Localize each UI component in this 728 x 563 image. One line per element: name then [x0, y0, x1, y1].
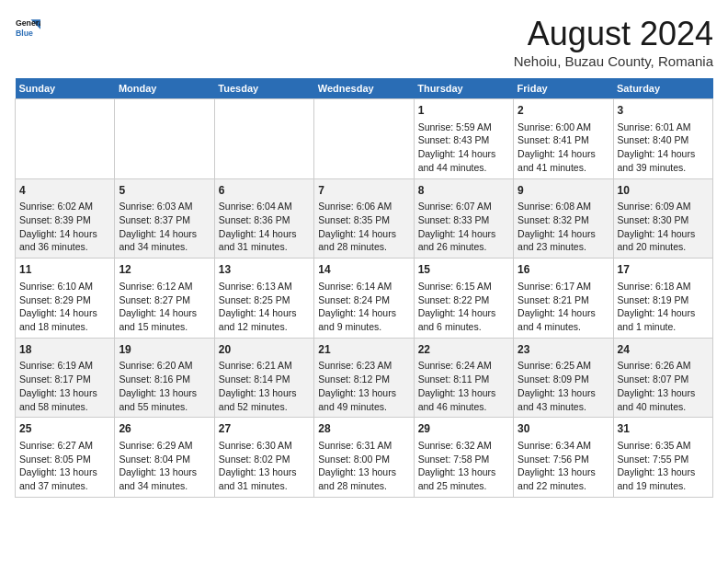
daylight-text: Daylight: 14 hours and 36 minutes.	[19, 227, 110, 254]
header-row: SundayMondayTuesdayWednesdayThursdayFrid…	[16, 78, 713, 99]
daylight-text: Daylight: 13 hours and 34 minutes.	[119, 465, 210, 492]
daylight-text: Daylight: 13 hours and 58 minutes.	[19, 386, 110, 413]
sunset-text: Sunset: 8:12 PM	[318, 373, 409, 386]
day-number: 26	[119, 421, 210, 437]
daylight-text: Daylight: 13 hours and 22 minutes.	[518, 465, 609, 492]
sunset-text: Sunset: 8:41 PM	[518, 133, 609, 147]
main-title: August 2024	[514, 15, 713, 53]
calendar-cell: 15Sunrise: 6:15 AMSunset: 8:22 PMDayligh…	[414, 259, 513, 339]
day-number: 24	[618, 342, 709, 358]
calendar-cell: 14Sunrise: 6:14 AMSunset: 8:24 PMDayligh…	[314, 259, 414, 339]
sunset-text: Sunset: 8:32 PM	[518, 213, 609, 227]
subtitle: Nehoiu, Buzau County, Romania	[514, 53, 713, 69]
daylight-text: Daylight: 13 hours and 52 minutes.	[219, 386, 310, 413]
calendar-cell: 8Sunrise: 6:07 AMSunset: 8:33 PMDaylight…	[414, 178, 513, 259]
header-cell: Friday	[514, 78, 613, 99]
day-number: 28	[318, 421, 409, 437]
daylight-text: Daylight: 13 hours and 28 minutes.	[318, 465, 409, 492]
day-number: 21	[318, 342, 409, 358]
sunset-text: Sunset: 7:56 PM	[518, 453, 609, 466]
sunrise-text: Sunrise: 6:21 AM	[219, 359, 310, 373]
sunset-text: Sunset: 8:07 PM	[618, 373, 709, 386]
sunrise-text: Sunrise: 6:20 AM	[119, 359, 210, 373]
sunrise-text: Sunrise: 6:27 AM	[19, 439, 110, 453]
sunset-text: Sunset: 8:40 PM	[618, 133, 709, 147]
daylight-text: Daylight: 14 hours and 41 minutes.	[518, 147, 609, 174]
calendar-cell: 12Sunrise: 6:12 AMSunset: 8:27 PMDayligh…	[115, 259, 214, 339]
calendar-week-row: 1Sunrise: 5:59 AMSunset: 8:43 PMDaylight…	[16, 99, 713, 179]
sunrise-text: Sunrise: 6:24 AM	[418, 359, 509, 373]
sunrise-text: Sunrise: 6:03 AM	[119, 200, 210, 213]
daylight-text: Daylight: 14 hours and 44 minutes.	[418, 147, 509, 174]
title-block: August 2024 Nehoiu, Buzau County, Romani…	[514, 15, 713, 69]
day-number: 16	[518, 262, 609, 278]
sunrise-text: Sunrise: 6:35 AM	[618, 439, 709, 453]
day-number: 19	[119, 342, 210, 358]
sunrise-text: Sunrise: 6:14 AM	[318, 280, 409, 293]
calendar-cell: 28Sunrise: 6:31 AMSunset: 8:00 PMDayligh…	[314, 418, 414, 498]
day-number: 23	[518, 342, 609, 358]
daylight-text: Daylight: 14 hours and 15 minutes.	[119, 306, 210, 333]
daylight-text: Daylight: 14 hours and 39 minutes.	[618, 147, 709, 174]
calendar-cell: 5Sunrise: 6:03 AMSunset: 8:37 PMDaylight…	[115, 178, 214, 259]
daylight-text: Daylight: 13 hours and 43 minutes.	[518, 386, 609, 413]
sunset-text: Sunset: 8:00 PM	[318, 453, 409, 466]
sunset-text: Sunset: 8:05 PM	[19, 453, 110, 466]
sunset-text: Sunset: 8:11 PM	[418, 373, 509, 386]
page-header: General Blue August 2024 Nehoiu, Buzau C…	[15, 15, 713, 69]
day-number: 27	[219, 421, 310, 437]
sunrise-text: Sunrise: 6:29 AM	[119, 439, 210, 453]
calendar-week-row: 18Sunrise: 6:19 AMSunset: 8:17 PMDayligh…	[16, 338, 713, 418]
calendar-cell	[314, 99, 414, 179]
day-number: 7	[318, 183, 409, 199]
sunset-text: Sunset: 8:04 PM	[119, 453, 210, 466]
header-cell: Tuesday	[214, 78, 313, 99]
sunset-text: Sunset: 8:22 PM	[418, 293, 509, 307]
day-number: 20	[219, 342, 310, 358]
daylight-text: Daylight: 14 hours and 28 minutes.	[318, 227, 409, 254]
calendar-cell: 3Sunrise: 6:01 AMSunset: 8:40 PMDaylight…	[613, 99, 712, 179]
day-number: 6	[219, 183, 310, 199]
daylight-text: Daylight: 13 hours and 49 minutes.	[318, 386, 409, 413]
calendar-cell: 26Sunrise: 6:29 AMSunset: 8:04 PMDayligh…	[115, 418, 214, 498]
header-cell: Saturday	[613, 78, 712, 99]
sunset-text: Sunset: 8:29 PM	[19, 293, 110, 307]
sunset-text: Sunset: 8:39 PM	[19, 213, 110, 227]
sunrise-text: Sunrise: 6:06 AM	[318, 200, 409, 213]
day-number: 10	[618, 183, 709, 199]
header-cell: Sunday	[16, 78, 115, 99]
sunset-text: Sunset: 8:14 PM	[219, 373, 310, 386]
sunrise-text: Sunrise: 6:26 AM	[618, 359, 709, 373]
sunrise-text: Sunrise: 6:32 AM	[418, 439, 509, 453]
sunrise-text: Sunrise: 6:19 AM	[19, 359, 110, 373]
day-number: 30	[518, 421, 609, 437]
calendar-cell: 27Sunrise: 6:30 AMSunset: 8:02 PMDayligh…	[214, 418, 313, 498]
daylight-text: Daylight: 14 hours and 20 minutes.	[618, 227, 709, 254]
daylight-text: Daylight: 14 hours and 1 minute.	[618, 306, 709, 333]
day-number: 11	[19, 262, 110, 278]
daylight-text: Daylight: 14 hours and 6 minutes.	[418, 306, 509, 333]
daylight-text: Daylight: 13 hours and 46 minutes.	[418, 386, 509, 413]
sunset-text: Sunset: 8:16 PM	[119, 373, 210, 386]
sunrise-text: Sunrise: 6:31 AM	[318, 439, 409, 453]
sunrise-text: Sunrise: 6:25 AM	[518, 359, 609, 373]
calendar-cell: 31Sunrise: 6:35 AMSunset: 7:55 PMDayligh…	[613, 418, 712, 498]
sunset-text: Sunset: 8:19 PM	[618, 293, 709, 307]
logo-icon: General Blue	[15, 15, 40, 40]
day-number: 2	[518, 103, 609, 119]
calendar-week-row: 25Sunrise: 6:27 AMSunset: 8:05 PMDayligh…	[16, 418, 713, 498]
calendar-cell	[214, 99, 313, 179]
daylight-text: Daylight: 14 hours and 9 minutes.	[318, 306, 409, 333]
calendar-cell: 23Sunrise: 6:25 AMSunset: 8:09 PMDayligh…	[514, 338, 613, 418]
daylight-text: Daylight: 14 hours and 18 minutes.	[19, 306, 110, 333]
daylight-text: Daylight: 13 hours and 25 minutes.	[418, 465, 509, 492]
header-cell: Thursday	[414, 78, 513, 99]
calendar-cell: 9Sunrise: 6:08 AMSunset: 8:32 PMDaylight…	[514, 178, 613, 259]
daylight-text: Daylight: 14 hours and 34 minutes.	[119, 227, 210, 254]
header-cell: Wednesday	[314, 78, 414, 99]
sunset-text: Sunset: 8:27 PM	[119, 293, 210, 307]
calendar-cell: 20Sunrise: 6:21 AMSunset: 8:14 PMDayligh…	[214, 338, 313, 418]
calendar-cell: 1Sunrise: 5:59 AMSunset: 8:43 PMDaylight…	[414, 99, 513, 179]
calendar-cell: 4Sunrise: 6:02 AMSunset: 8:39 PMDaylight…	[16, 178, 115, 259]
calendar-cell: 30Sunrise: 6:34 AMSunset: 7:56 PMDayligh…	[514, 418, 613, 498]
